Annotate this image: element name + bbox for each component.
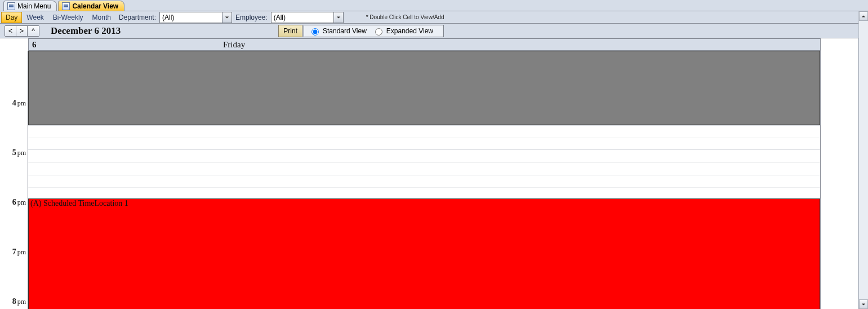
form-icon — [62, 2, 70, 10]
event-block[interactable] — [28, 51, 820, 125]
chevron-down-icon[interactable] — [333, 12, 343, 23]
day-column[interactable]: (A) Scheduled TimeLocation 1 — [28, 51, 821, 309]
time-label: 6pm — [12, 198, 26, 207]
time-label: 7pm — [12, 248, 26, 257]
department-input[interactable] — [160, 12, 222, 23]
range-day[interactable]: Day — [1, 12, 22, 23]
form-icon — [7, 2, 15, 10]
calendar-grid: 6 Friday 4pm 5pm 6pm 7pm 8pm (A) Schedul… — [0, 38, 858, 309]
event-block[interactable]: (A) Scheduled TimeLocation 1 — [28, 198, 820, 309]
date-nav: < > ^ — [5, 25, 39, 37]
next-button[interactable]: > — [16, 26, 28, 36]
range-month[interactable]: Month — [88, 12, 115, 23]
time-label: 8pm — [12, 297, 26, 306]
scroll-up-icon[interactable] — [859, 11, 868, 21]
radio-standard[interactable]: Standard View — [309, 27, 367, 36]
employee-input[interactable] — [271, 12, 333, 23]
employee-label: Employee: — [232, 14, 271, 21]
employee-combo[interactable] — [271, 12, 344, 23]
hint-text: * Double Click Cell to View/Add — [366, 14, 444, 20]
tab-strip: Main Menu Calendar View — [0, 0, 868, 11]
scroll-down-icon[interactable] — [859, 299, 868, 309]
tab-main-menu[interactable]: Main Menu — [3, 1, 57, 11]
tab-label: Calendar View — [72, 2, 118, 10]
range-week[interactable]: Week — [22, 12, 48, 23]
date-bar: < > ^ December 6 2013 Print Standard Vie… — [0, 24, 868, 38]
department-combo[interactable] — [159, 12, 232, 23]
date-title: December 6 2013 — [51, 25, 121, 37]
prev-button[interactable]: < — [5, 26, 16, 36]
print-button[interactable]: Print — [278, 25, 302, 37]
day-header[interactable]: 6 Friday — [28, 38, 821, 51]
vertical-scrollbar[interactable] — [858, 11, 868, 309]
tab-calendar-view[interactable]: Calendar View — [58, 1, 124, 11]
radio-expanded[interactable]: Expanded View — [372, 27, 433, 36]
tab-label: Main Menu — [17, 2, 51, 10]
view-toolbar: Day Week Bi-Weekly Month Department: Emp… — [0, 11, 868, 24]
hour-cell[interactable] — [28, 150, 820, 200]
event-label: (A) Scheduled TimeLocation 1 — [30, 199, 128, 208]
time-label: 4pm — [12, 99, 26, 108]
up-button[interactable]: ^ — [28, 26, 39, 36]
time-gutter: 4pm 5pm 6pm 7pm 8pm — [0, 51, 28, 309]
view-mode-group: Standard View Expanded View — [304, 25, 444, 37]
department-label: Department: — [115, 14, 159, 21]
range-biweekly[interactable]: Bi-Weekly — [48, 12, 88, 23]
time-label: 5pm — [12, 148, 26, 157]
day-number: 6 — [29, 40, 37, 50]
day-name: Friday — [223, 40, 245, 50]
chevron-down-icon[interactable] — [222, 12, 232, 23]
